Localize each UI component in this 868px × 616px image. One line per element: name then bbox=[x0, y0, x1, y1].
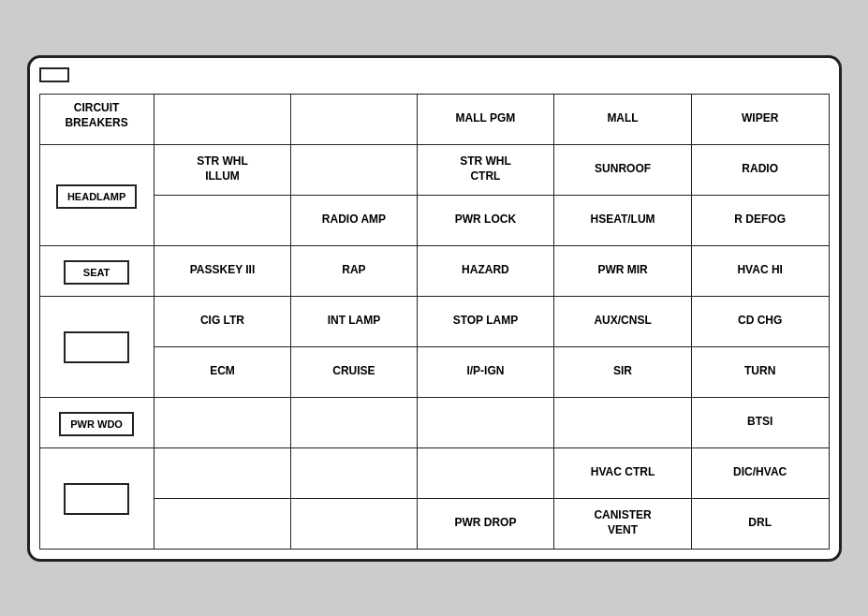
fuse-cell: WIPER bbox=[691, 94, 829, 144]
fuse-cell: ECM bbox=[154, 346, 291, 397]
fuse-cell: CIG LTR bbox=[154, 296, 291, 346]
fuse-cell: CANISTERVENT bbox=[554, 498, 692, 549]
fuse-cell bbox=[154, 195, 291, 245]
fuse-cell bbox=[291, 144, 417, 195]
breaker-label: SEAT bbox=[64, 260, 129, 285]
fuse-cell: RAP bbox=[291, 245, 417, 296]
chart-title bbox=[39, 67, 69, 82]
circuit-breaker-cell bbox=[39, 447, 154, 549]
fuse-cell bbox=[291, 94, 417, 144]
fuse-cell: RADIO bbox=[691, 144, 829, 195]
fuse-cell: HVAC HI bbox=[691, 245, 829, 296]
fuse-cell: HVAC CTRL bbox=[554, 447, 692, 498]
table-row: CIRCUITBREAKERSMALL PGMMALLWIPER bbox=[39, 94, 829, 144]
fuse-cell bbox=[154, 397, 291, 447]
fuse-cell: PASSKEY III bbox=[154, 245, 291, 296]
table-row: HEADLAMPSTR WHLILLUMSTR WHLCTRLSUNROOFRA… bbox=[39, 144, 829, 195]
breaker-empty bbox=[64, 483, 129, 515]
breaker-empty bbox=[64, 331, 129, 363]
fuse-cell: PWR DROP bbox=[417, 498, 554, 549]
fuse-cell: PWR LOCK bbox=[417, 195, 554, 245]
fuse-cell: R DEFOG bbox=[691, 195, 829, 245]
circuit-breaker-cell: HEADLAMP bbox=[39, 144, 154, 245]
chart-container: CIRCUITBREAKERSMALL PGMMALLWIPERHEADLAMP… bbox=[27, 55, 842, 562]
fuse-cell: AUX/CNSL bbox=[554, 296, 692, 346]
fuse-cell: HSEAT/LUM bbox=[554, 195, 692, 245]
fuse-cell: CD CHG bbox=[691, 296, 829, 346]
circuit-breaker-cell: SEAT bbox=[39, 245, 154, 296]
fuse-cell: STOP LAMP bbox=[417, 296, 554, 346]
circuit-breaker-cell bbox=[39, 296, 154, 397]
fuse-cell: MALL bbox=[554, 94, 692, 144]
fuse-cell: TURN bbox=[691, 346, 829, 397]
fuse-cell bbox=[291, 447, 417, 498]
table-row: ECMCRUISEI/P-IGNSIRTURN bbox=[39, 346, 829, 397]
fuse-cell bbox=[554, 397, 692, 447]
fuse-cell bbox=[417, 447, 554, 498]
circuit-breaker-cell: PWR WDO bbox=[39, 397, 154, 447]
fuse-cell: STR WHLILLUM bbox=[154, 144, 291, 195]
fuse-cell: HAZARD bbox=[417, 245, 554, 296]
fuse-cell bbox=[291, 498, 417, 549]
table-row: SEATPASSKEY IIIRAPHAZARDPWR MIRHVAC HI bbox=[39, 245, 829, 296]
table-row: PWR WDOBTSI bbox=[39, 397, 829, 447]
table-row: PWR DROPCANISTERVENTDRL bbox=[39, 498, 829, 549]
fuse-cell: STR WHLCTRL bbox=[417, 144, 554, 195]
table-row: CIG LTRINT LAMPSTOP LAMPAUX/CNSLCD CHG bbox=[39, 296, 829, 346]
fuse-cell bbox=[154, 94, 291, 144]
fuse-cell bbox=[417, 397, 554, 447]
fuse-cell: I/P-IGN bbox=[417, 346, 554, 397]
fuse-cell: SUNROOF bbox=[554, 144, 692, 195]
breaker-label: PWR WDO bbox=[59, 412, 134, 436]
fuse-cell: DIC/HVAC bbox=[691, 447, 829, 498]
table-row: RADIO AMPPWR LOCKHSEAT/LUMR DEFOG bbox=[39, 195, 829, 245]
fuse-cell: MALL PGM bbox=[417, 94, 554, 144]
fuse-cell bbox=[154, 447, 291, 498]
breaker-label: HEADLAMP bbox=[56, 184, 137, 209]
fuse-table: CIRCUITBREAKERSMALL PGMMALLWIPERHEADLAMP… bbox=[39, 94, 830, 550]
fuse-cell: PWR MIR bbox=[554, 245, 692, 296]
fuse-cell: INT LAMP bbox=[291, 296, 417, 346]
fuse-cell: RADIO AMP bbox=[291, 195, 417, 245]
fuse-cell bbox=[291, 397, 417, 447]
circuit-breaker-cell: CIRCUITBREAKERS bbox=[39, 94, 154, 144]
fuse-cell: DRL bbox=[691, 498, 829, 549]
table-row: HVAC CTRLDIC/HVAC bbox=[39, 447, 829, 498]
fuse-cell bbox=[154, 498, 291, 549]
fuse-cell: CRUISE bbox=[291, 346, 417, 397]
fuse-cell: BTSI bbox=[691, 397, 829, 447]
fuse-cell: SIR bbox=[554, 346, 692, 397]
